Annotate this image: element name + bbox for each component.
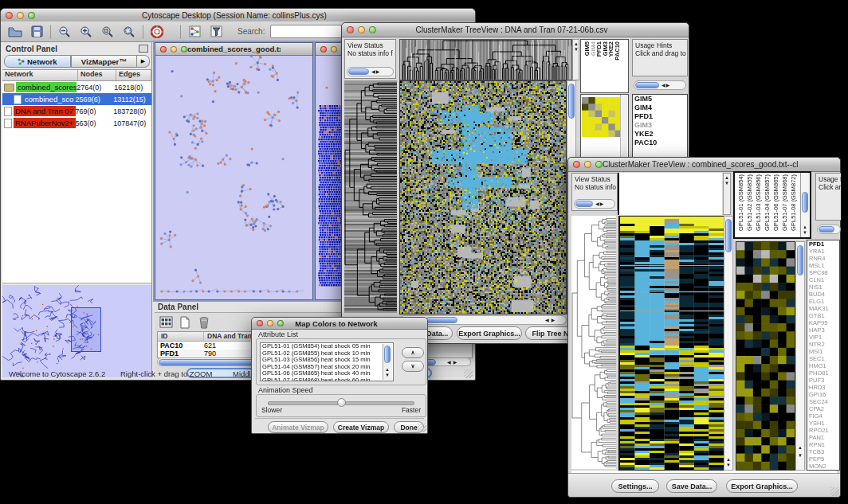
tv1-gene-label[interactable]: GIM3	[633, 121, 687, 130]
frame2-close-button[interactable]	[320, 46, 327, 53]
tv2-gene-label[interactable]: PHO81	[807, 369, 839, 377]
tv2-zoom-heatmap[interactable]	[736, 241, 795, 471]
scroll-thumb[interactable]	[725, 219, 732, 252]
tv2-export-graphics-button[interactable]: Export Graphics...	[726, 479, 798, 493]
tv2-gene-label[interactable]: HRD3	[807, 384, 839, 391]
tv1-zoom-heatmap[interactable]	[582, 97, 622, 137]
tv1-global-heatmap[interactable]	[399, 80, 567, 315]
tv2-gene-label[interactable]: YRA1	[807, 248, 839, 255]
tv1-minimize-button[interactable]	[358, 26, 365, 33]
tv2-label-vscrollbar[interactable]: ▲ ▼	[800, 173, 810, 237]
tv2-gene-label[interactable]: VIP1	[807, 334, 839, 341]
save-button[interactable]	[29, 24, 45, 40]
tv2-gene-list[interactable]: PFD1YRA1RNR4MSL1SPC98CLN1NIS1BUD4ELG1MAK…	[807, 240, 840, 471]
tv2-gene-label[interactable]: RPO21	[807, 427, 839, 434]
scroll-down-arrow[interactable]: ▼	[574, 47, 579, 53]
main-titlebar[interactable]: Cytoscape Desktop (Session Name: collins…	[1, 9, 475, 22]
scroll-right-arrow[interactable]: ▶	[552, 318, 556, 322]
tv1-gene-label[interactable]: PAC10	[633, 139, 687, 147]
tv2-titlebar[interactable]: ClusterMaker TreeView : combined_scores_…	[568, 158, 840, 172]
scroll-left-arrow[interactable]: ◀	[545, 318, 549, 322]
tv2-heatmap-vscrollbar[interactable]: ▲ ▼	[724, 216, 733, 471]
more-tabs-button[interactable]: ▶	[137, 55, 150, 68]
tv2-gene-label[interactable]: HAP3	[807, 326, 839, 334]
tv2-gene-label[interactable]: SEC1	[807, 355, 839, 362]
tv2-gene-label[interactable]: GPI16	[807, 391, 839, 398]
scroll-thumb[interactable]	[635, 82, 659, 88]
tv1-mini-scroll-strip[interactable]: ▲ ▼	[572, 39, 579, 80]
network-tree-row[interactable]: combined_sco2569(6)13112(15)	[2, 93, 151, 105]
tv1-usage-hints-scrollbar[interactable]: ◀ ▶	[634, 80, 686, 90]
tv2-gene-label[interactable]: GTB1	[807, 312, 839, 319]
tv2-gene-label[interactable]: RNR4	[807, 255, 839, 262]
tv1-column-dendrogram[interactable]	[399, 39, 572, 80]
delete-attribute-button[interactable]	[197, 315, 211, 329]
tv1-gene-label[interactable]: GIM5	[633, 95, 687, 104]
tv1-export-graphics-button[interactable]: Export Graphics...	[457, 326, 522, 340]
tv2-gene-label[interactable]: PAN1	[807, 434, 839, 441]
tv2-gene-label[interactable]: NTR2	[807, 341, 839, 348]
tv1-gene-label[interactable]: GIM4	[633, 104, 687, 112]
zoom-fit-button[interactable]	[121, 24, 137, 40]
network-tree-row[interactable]: DNA and Tran 07769(0)183728(0)	[2, 105, 151, 117]
tab-network[interactable]: Network	[4, 55, 71, 68]
tv2-save-data-button[interactable]: Save Data...	[666, 479, 717, 493]
tv1-row-dendrogram[interactable]	[344, 80, 397, 313]
tv2-gene-label[interactable]: CPA2	[807, 405, 839, 412]
dialog-close-button[interactable]	[257, 320, 263, 326]
network-tree-row[interactable]: combined_scores2764(0)16218(0)	[2, 81, 151, 93]
new-attribute-button[interactable]	[178, 315, 192, 329]
tv2-gene-label[interactable]: MON2	[807, 463, 839, 470]
scroll-up-arrow[interactable]: ▲	[798, 445, 803, 451]
zoom-button[interactable]	[28, 12, 35, 19]
network-tree-row[interactable]: RNAPuberNov2+563(0)107847(0)	[2, 117, 151, 129]
tv2-usage-hints-scrollbar[interactable]	[817, 225, 841, 234]
scroll-down-arrow[interactable]: ▼	[385, 373, 390, 378]
tv2-gene-label[interactable]: SEC24	[807, 398, 839, 405]
tv2-gene-label[interactable]: PUF3	[807, 377, 839, 384]
dialog-zoom-button[interactable]	[277, 320, 284, 326]
scroll-thumb[interactable]	[797, 245, 803, 275]
tv2-gene-label[interactable]: KAP95	[807, 319, 839, 326]
scroll-thumb[interactable]	[384, 346, 391, 363]
frame1-zoom-button[interactable]	[181, 46, 187, 53]
network-view-canvas-1[interactable]	[155, 56, 309, 297]
main-resize-grip[interactable]	[464, 369, 473, 378]
search-input[interactable]	[270, 25, 342, 38]
scroll-left-arrow[interactable]: ◀	[662, 83, 665, 88]
animation-speed-slider[interactable]	[268, 401, 414, 405]
help-button[interactable]	[149, 24, 165, 40]
scroll-thumb[interactable]	[802, 192, 808, 213]
tv2-gene-label[interactable]: CLN1	[807, 276, 839, 283]
attribute-list-item[interactable]: GPL51-07 (GSM868) heat shock 60 min	[261, 377, 393, 381]
tv2-gene-label[interactable]: FIG4	[807, 412, 839, 420]
zoom-out-button[interactable]	[57, 24, 73, 40]
scroll-thumb[interactable]	[348, 68, 369, 75]
frame2-minimize-button[interactable]	[331, 46, 337, 53]
overview-viewport-rect[interactable]	[71, 307, 101, 352]
tv2-gene-label[interactable]: YSH1	[807, 420, 839, 427]
frame1-minimize-button[interactable]	[171, 46, 177, 53]
scroll-left-arrow[interactable]: ◀	[447, 360, 451, 365]
dialog-resize-grip[interactable]	[418, 424, 426, 432]
close-button[interactable]	[6, 12, 13, 19]
tv1-zoom-button[interactable]	[369, 26, 376, 33]
scroll-thumb[interactable]	[819, 226, 834, 232]
select-attributes-button[interactable]	[159, 315, 173, 329]
tv2-minimize-button[interactable]	[584, 161, 591, 168]
tv1-gene-label[interactable]: PFD1	[633, 112, 687, 121]
tv1-view-status-scrollbar[interactable]: ◀ ▶	[347, 67, 394, 76]
tv1-close-button[interactable]	[347, 26, 354, 33]
attribute-list-vscrollbar[interactable]: ▲ ▼	[383, 344, 392, 380]
detach-panel-icon[interactable]	[139, 45, 148, 53]
create-vizmap-button[interactable]: Create Vizmap	[333, 421, 389, 433]
open-file-button[interactable]	[7, 24, 23, 40]
tv2-global-heatmap[interactable]	[618, 216, 724, 471]
scroll-down-arrow[interactable]: ▼	[726, 463, 731, 468]
scroll-left-arrow[interactable]: ◀	[371, 69, 375, 74]
scroll-up-arrow[interactable]: ▲	[724, 175, 729, 181]
scroll-down-arrow[interactable]: ▼	[803, 230, 807, 236]
tv2-settings-button[interactable]: Settings...	[611, 479, 659, 493]
tv2-gene-label[interactable]: MSI1	[807, 348, 839, 355]
scroll-thumb[interactable]	[568, 84, 575, 119]
